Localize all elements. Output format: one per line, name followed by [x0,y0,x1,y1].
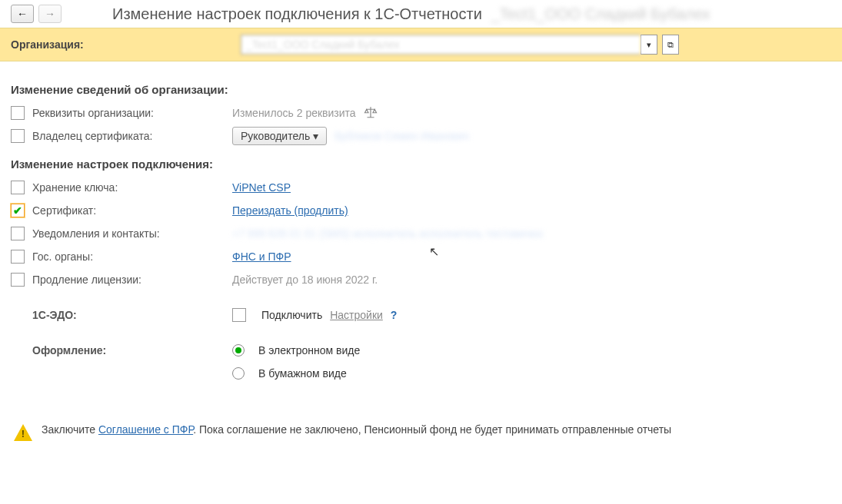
cert-owner-button-text: Руководитель [241,130,310,142]
organization-bar: Организация: ▾ ⧉ [0,28,842,61]
radio-electronic-label: В электронном виде [258,344,360,356]
section2-title: Изменение настроек подключения: [11,158,831,171]
organization-label: Организация: [11,38,84,51]
cert-owner-name: Бубликов Семен Иванович [334,130,469,142]
warning-post: . Пока соглашение не заключено, Пенсионн… [193,423,671,436]
requisites-label: Реквизиты организации: [32,107,232,119]
row-edo: 1С-ЭДО: Подключить Настройки ? [11,304,831,326]
page-title: Изменение настроек подключения к 1С-Отче… [112,5,711,23]
warning-text: Заключите Соглашение с ПФР. Пока соглаше… [42,423,671,438]
license-label: Продление лицензии: [32,274,232,286]
cert-owner-label: Владелец сертификата: [32,130,232,142]
key-storage-checkbox[interactable] [11,181,25,194]
gov-bodies-link[interactable]: ФНС и ПФР [232,250,291,263]
page-title-suffix: _Tect1_OOO Сладкий Бубалех [491,5,710,22]
edo-settings-link[interactable]: Настройки [330,309,383,321]
license-value: Действует до 18 июня 2022 г. [232,274,378,286]
organization-input[interactable] [241,35,641,55]
radio-paper[interactable] [232,367,245,380]
certificate-reissue-link[interactable]: Переиздать (продлить) [232,204,348,217]
certificate-checkbox[interactable] [11,204,25,217]
organization-open-icon[interactable]: ⧉ [662,35,679,55]
back-button[interactable]: ← [11,5,34,23]
cert-owner-checkbox[interactable] [11,129,25,143]
row-notifications: Уведомления и контакты: +7 999 626 01 01… [11,223,831,244]
notifications-value: +7 999 626 01 01 (SMS) исполнитель испол… [232,227,544,240]
chevron-down-icon: ▾ [313,130,318,142]
help-icon[interactable]: ? [391,309,398,321]
key-storage-link[interactable]: ViPNet CSP [232,181,291,194]
gov-bodies-label: Гос. органы: [32,250,232,263]
row-gov-bodies: Гос. органы: ФНС и ПФР [11,246,831,267]
edo-connect-label: Подключить [261,309,322,321]
requisites-checkbox[interactable] [11,106,25,120]
row-form-opt1: Оформление: В электронном виде [11,340,831,361]
radio-electronic[interactable] [232,344,245,356]
form-label: Оформление: [32,344,232,356]
scales-icon[interactable] [364,105,378,121]
row-key-storage: Хранение ключа: ViPNet CSP [11,177,831,198]
warning-block: Заключите Соглашение с ПФР. Пока соглаше… [11,423,831,441]
license-checkbox[interactable] [11,273,25,287]
row-license: Продление лицензии: Действует до 18 июня… [11,269,831,290]
warning-icon [14,424,32,441]
content-area: Изменение сведений об организации: Рекви… [0,61,842,452]
warning-pre: Заключите [42,423,98,436]
edo-label: 1С-ЭДО: [32,309,232,321]
organization-dropdown-icon[interactable]: ▾ [641,35,657,55]
page-title-text: Изменение настроек подключения к 1С-Отче… [112,5,482,22]
notifications-label: Уведомления и контакты: [32,227,232,240]
edo-connect-checkbox[interactable] [232,308,246,322]
row-cert-owner: Владелец сертификата: Руководитель ▾ Буб… [11,125,831,147]
certificate-label: Сертификат: [32,204,232,217]
notifications-checkbox[interactable] [11,227,25,240]
organization-select[interactable]: ▾ ⧉ [241,35,679,55]
radio-paper-label: В бумажном виде [258,367,347,380]
forward-button: → [38,5,62,23]
key-storage-label: Хранение ключа: [32,181,232,194]
pfr-agreement-link[interactable]: Соглашение с ПФР [98,423,193,436]
toolbar: ← → Изменение настроек подключения к 1С-… [0,0,842,28]
gov-bodies-checkbox[interactable] [11,250,25,264]
requisites-status: Изменилось 2 реквизита [232,107,356,119]
row-requisites: Реквизиты организации: Изменилось 2 рекв… [11,102,831,124]
row-certificate: Сертификат: Переиздать (продлить) [11,200,831,221]
section1-title: Изменение сведений об организации: [11,83,831,96]
cert-owner-button[interactable]: Руководитель ▾ [232,127,327,145]
row-form-opt2: В бумажном виде [11,363,831,384]
